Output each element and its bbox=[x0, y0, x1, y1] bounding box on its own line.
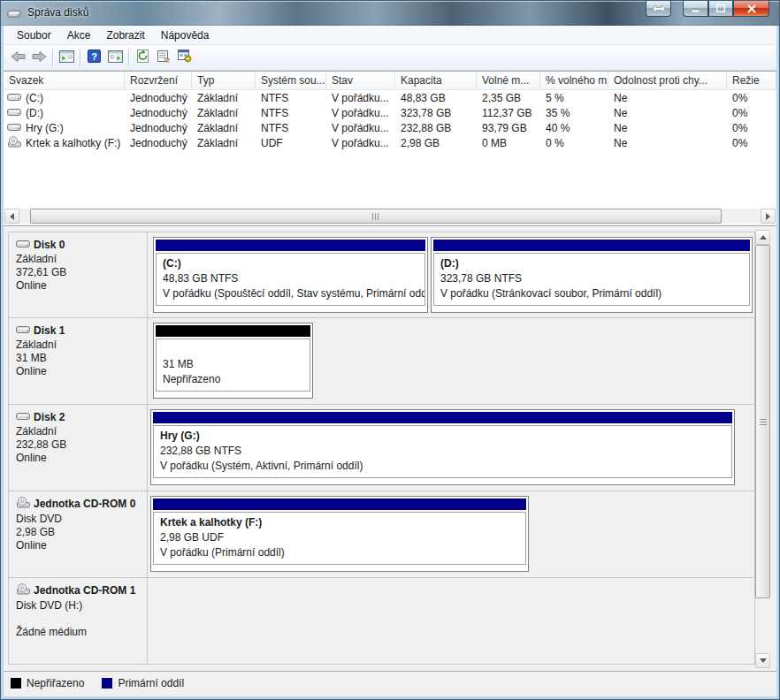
settings-button[interactable] bbox=[174, 47, 195, 68]
volume-cell: 0% bbox=[727, 107, 776, 119]
disk-row: Jednotka CD-ROM 0Disk DVD2,98 GBOnlineKr… bbox=[8, 491, 755, 578]
volume-list-header: SvazekRozvrženíTypSystém sou...StavKapac… bbox=[4, 72, 776, 90]
volume-cell: Základní bbox=[192, 137, 256, 149]
volume-cell: 0% bbox=[727, 137, 776, 149]
volume-row[interactable]: (D:)JednoduchýZákladníNTFSV pořádku...32… bbox=[4, 105, 776, 120]
vertical-scrollbar[interactable] bbox=[755, 230, 770, 668]
partition-details: (C:)48,83 GB NTFSV pořádku (Spouštěcí od… bbox=[156, 253, 425, 306]
disk-name: Disk 0 bbox=[34, 239, 65, 251]
volume-cell: Jednoduchý bbox=[125, 92, 192, 104]
disk-info-line: Online bbox=[16, 452, 141, 465]
back-button[interactable] bbox=[7, 47, 28, 68]
partition-box[interactable]: 31 MBNepřiřazeno bbox=[153, 323, 313, 399]
volume-cell: Ne bbox=[608, 92, 727, 104]
disk-label-panel[interactable]: Disk 2Základní232,88 GBOnline bbox=[9, 405, 148, 491]
horizontal-scrollbar[interactable] bbox=[4, 209, 776, 224]
toolbar: ? bbox=[4, 45, 776, 71]
partition-status: V pořádku (Stránkovací soubor, Primární … bbox=[440, 286, 749, 301]
volume-cell: 232,88 GB bbox=[395, 122, 477, 134]
volume-cell: NTFS bbox=[256, 122, 326, 134]
properties-icon bbox=[157, 49, 171, 65]
minimize-button[interactable] bbox=[683, 1, 708, 17]
scroll-down-button[interactable] bbox=[755, 653, 770, 668]
legend-label: Primární oddíl bbox=[118, 677, 184, 689]
volume-cell: Ne bbox=[608, 137, 727, 149]
action-pane-button[interactable] bbox=[104, 47, 126, 68]
partition-name: Krtek a kalhotky (F:) bbox=[160, 515, 525, 530]
volume-cell: V pořádku... bbox=[326, 122, 395, 134]
volume-cell: Ne bbox=[608, 122, 727, 134]
column-header[interactable]: Systém sou... bbox=[256, 72, 326, 89]
menu-bar: SouborAkceZobrazitNápověda bbox=[4, 26, 776, 45]
partition-name: (D:) bbox=[440, 256, 749, 271]
forward-button[interactable] bbox=[28, 47, 50, 68]
horizontal-scroll-thumb[interactable] bbox=[30, 209, 722, 224]
volume-row[interactable]: Krtek a kalhotky (F:)JednoduchýZákladníU… bbox=[4, 135, 776, 150]
disk-label-panel[interactable]: Disk 1Základní31 MBOnline bbox=[9, 318, 148, 404]
scroll-left-button[interactable] bbox=[4, 209, 19, 224]
resize-panes-button[interactable] bbox=[646, 1, 671, 17]
menu-zobrazit[interactable]: Zobrazit bbox=[98, 27, 152, 44]
disk-info-line: Disk DVD (H:) bbox=[16, 599, 141, 612]
graphical-view-pane: Disk 0Základní372,61 GBOnline(C:)48,83 G… bbox=[4, 225, 776, 696]
settings-icon bbox=[178, 49, 192, 65]
menu-soubor[interactable]: Soubor bbox=[9, 27, 59, 44]
help-button[interactable]: ? bbox=[83, 47, 104, 68]
disk-name: Disk 1 bbox=[34, 324, 65, 337]
disk-label-panel[interactable]: Disk 0Základní372,61 GBOnline bbox=[9, 232, 148, 317]
disk-info-line: Disk DVD bbox=[16, 513, 141, 526]
volume-label: Hry (G:) bbox=[26, 122, 64, 134]
partition-box[interactable]: (D:)323,78 GB NTFSV pořádku (Stránkovací… bbox=[431, 237, 753, 313]
partition-box[interactable]: Hry (G:)232,88 GB NTFSV pořádku (Systém,… bbox=[150, 409, 735, 485]
volume-cell: 0 MB bbox=[477, 137, 540, 149]
column-header[interactable]: Kapacita bbox=[395, 72, 477, 89]
scroll-up-button[interactable] bbox=[755, 230, 770, 245]
disk-info-line: Základní bbox=[16, 425, 141, 438]
disk-info-line bbox=[16, 612, 141, 626]
partition-status: V pořádku (Primární oddíl) bbox=[160, 545, 525, 560]
horizontal-scroll-track[interactable] bbox=[19, 209, 761, 224]
vertical-scroll-thumb[interactable] bbox=[755, 245, 770, 598]
disk-label-panel[interactable]: Jednotka CD-ROM 0Disk DVD2,98 GBOnline bbox=[9, 491, 148, 577]
close-button[interactable] bbox=[733, 1, 769, 17]
partition-details: Krtek a kalhotky (F:)2,98 GB UDFV pořádk… bbox=[153, 512, 526, 565]
partition-name: (C:) bbox=[163, 256, 424, 271]
drive-icon bbox=[7, 106, 22, 119]
volume-name-cell: Krtek a kalhotky (F:) bbox=[4, 136, 125, 150]
console-tree-button[interactable] bbox=[56, 47, 77, 68]
scroll-right-button[interactable] bbox=[761, 209, 776, 224]
column-header[interactable]: Volné m... bbox=[477, 72, 540, 89]
column-header[interactable]: Odolnost proti chy... bbox=[608, 72, 727, 89]
volume-name-cell: Hry (G:) bbox=[4, 121, 125, 134]
disk-rows: Disk 0Základní372,61 GBOnline(C:)48,83 G… bbox=[8, 232, 755, 665]
column-header[interactable]: Svazek bbox=[4, 72, 125, 89]
partition-size: 31 MB bbox=[163, 357, 310, 372]
volume-cell: 5 % bbox=[540, 92, 608, 104]
drive-icon bbox=[16, 323, 31, 337]
partition-size: 48,83 GB NTFS bbox=[163, 271, 424, 286]
column-header[interactable]: Typ bbox=[192, 72, 256, 89]
menu-napoveda[interactable]: Nápověda bbox=[153, 27, 218, 44]
column-header[interactable]: Rozvržení bbox=[125, 72, 192, 89]
partition-status: V pořádku (Spouštěcí oddíl, Stav systému… bbox=[163, 286, 424, 301]
disk-row: Jednotka CD-ROM 1Disk DVD (H:) Žádné méd… bbox=[8, 578, 755, 665]
column-header[interactable]: % volného m... bbox=[540, 72, 608, 89]
volume-name-cell: (C:) bbox=[4, 91, 125, 104]
volume-row[interactable]: Hry (G:)JednoduchýZákladníNTFSV pořádku.… bbox=[4, 120, 776, 135]
refresh-button[interactable] bbox=[132, 47, 153, 68]
disk-label-panel[interactable]: Jednotka CD-ROM 1Disk DVD (H:) Žádné méd… bbox=[9, 578, 148, 664]
volume-row[interactable]: (C:)JednoduchýZákladníNTFSV pořádku...48… bbox=[4, 90, 776, 105]
column-header[interactable]: Stav bbox=[326, 72, 395, 89]
maximize-button[interactable] bbox=[708, 1, 733, 17]
svg-text:?: ? bbox=[91, 51, 97, 62]
partition-box[interactable]: (C:)48,83 GB NTFSV pořádku (Spouštěcí od… bbox=[153, 237, 428, 313]
disk-name: Jednotka CD-ROM 1 bbox=[34, 584, 135, 597]
disk-info-line: 232,88 GB bbox=[16, 438, 141, 452]
action-pane-icon bbox=[108, 50, 123, 65]
menu-akce[interactable]: Akce bbox=[59, 27, 99, 44]
volume-cell: Základní bbox=[192, 122, 256, 134]
properties-button[interactable] bbox=[153, 47, 174, 68]
column-header[interactable]: Režie bbox=[727, 72, 776, 89]
partition-box[interactable]: Krtek a kalhotky (F:)2,98 GB UDFV pořádk… bbox=[150, 496, 529, 572]
disk-info-line: Online bbox=[16, 539, 141, 552]
